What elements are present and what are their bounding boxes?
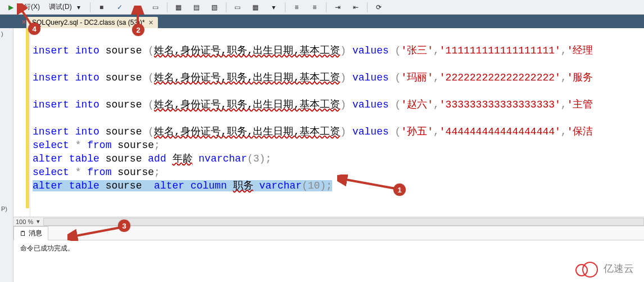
code-line: select * from sourse; [33,140,160,151]
doc-icon: ▭ [151,3,160,12]
grid-plain-icon: ▦ [251,3,260,12]
cloud-icon [574,261,599,276]
step-icon: ⇥ [333,3,342,12]
messages-tab[interactable]: 🗒 消息 [13,226,48,240]
toolbar-btn-2[interactable]: ▭ [147,1,164,14]
indent-icon: ≡ [292,3,301,12]
toolbar-btn-6[interactable]: ▭ [229,1,246,14]
toolbar-btn-8[interactable]: ▾ [265,1,282,14]
toolbar-btn-5[interactable]: ▧ [206,1,223,14]
grid-cog-icon: ⌗ [133,3,142,12]
separator [285,2,285,12]
code-area[interactable]: insert into sourse (姓名,身份证号,职务,出生日期,基本工资… [33,30,644,206]
zoom-value[interactable]: 100 % [16,218,33,225]
chevron-down-icon[interactable]: ▾ [37,218,40,225]
close-icon[interactable]: ✕ [148,19,153,26]
execute-label: 执行(X) [17,2,40,12]
annotation-badge-2: 2 [132,24,144,36]
toolbar: ▶ 执行(X) 调试(D) ▾ ■ ✓ ⌗ ▭ ▦ ▤ ▧ ▭ ▦ ▾ ≡ ≡ … [0,0,644,15]
sql-editor[interactable]: insert into sourse (姓名,身份证号,职务,出生日期,基本工资… [13,28,644,217]
outdent-icon: ≡ [310,3,319,12]
stop-icon: ■ [97,3,106,12]
code-line: insert into sourse (姓名,身份证号,职务,出生日期,基本工资… [33,99,593,110]
separator [226,2,226,12]
change-indicator [26,28,29,208]
messages-tab-label: 消息 [29,229,42,238]
tab-title: SQLQuery2.sql - DC2.class (sa (53))* [32,19,145,26]
separator [326,2,326,12]
execute-button[interactable]: ▶ 执行(X) [2,1,44,14]
messages-tabs: 🗒 消息 [13,226,644,240]
toolbar-btn-9[interactable]: ⇥ [329,1,346,14]
stop-button[interactable]: ■ [93,1,110,14]
results-grid-icon: ▦ [174,3,183,12]
code-line: alter table sourse add 年龄 nvarchar(3); [33,153,271,164]
code-line: insert into sourse (姓名,身份证号,职务,出生日期,基本工资… [33,126,593,137]
comment-icon: ▭ [233,3,242,12]
message-icon: 🗒 [20,230,26,238]
check-icon: ✓ [115,3,124,12]
separator [367,2,368,12]
chevron-down-icon: ▾ [74,3,83,12]
message-text: 命令已成功完成。 [20,244,74,252]
code-line-selected: alter table sourse alter column 职务 varch… [33,180,332,191]
debug-label: 调试(D) [49,2,72,12]
toolbar-btn-1[interactable]: ⌗ [129,1,146,14]
code-line: insert into sourse (姓名,身份证号,职务,出生日期,基本工资… [33,45,593,56]
annotation-badge-1: 1 [393,183,406,196]
refresh-icon: ⟳ [374,3,383,12]
left-label-1: ) [0,28,13,39]
separator [167,2,167,12]
outdent-button[interactable]: ≡ [306,1,323,14]
play-icon: ▶ [6,3,15,12]
toolbar-btn-11[interactable]: ⟳ [370,1,387,14]
zoom-bar: 100 % ▾ [13,217,644,226]
code-line: select * from sourse; [33,167,160,178]
chevron-down-icon: ▾ [269,3,278,12]
annotation-badge-3: 3 [118,220,130,232]
code-line: insert into sourse (姓名,身份证号,职务,出生日期,基本工资… [33,72,593,83]
messages-pane: 🗒 消息 命令已成功完成。 [13,226,644,282]
step-out-icon: ⇤ [351,3,360,12]
toolbar-btn-3[interactable]: ▦ [170,1,187,14]
document-tab-bar: ✕ SQLQuery2.sql - DC2.class (sa (53))* ✕ [0,15,644,28]
annotation-badge-4: 4 [28,23,40,35]
editor-gutter [13,28,30,217]
results-file-icon: ▧ [210,3,219,12]
separator [90,2,90,12]
results-text-icon: ▤ [192,3,201,12]
toolbar-btn-7[interactable]: ▦ [247,1,264,14]
toolbar-btn-4[interactable]: ▤ [188,1,205,14]
close-all-icon[interactable]: ✕ [21,19,26,26]
watermark-text: 亿速云 [604,262,634,275]
messages-body: 命令已成功完成。 [13,240,644,257]
parse-button[interactable]: ✓ [111,1,128,14]
watermark: 亿速云 [574,261,634,276]
horizontal-scrollbar[interactable] [43,218,644,226]
left-label-2: P) [0,203,8,214]
left-panel-strip: ) P) [0,28,13,282]
toolbar-btn-10[interactable]: ⇤ [347,1,364,14]
debug-button[interactable]: 调试(D) ▾ [45,1,87,14]
indent-button[interactable]: ≡ [288,1,305,14]
